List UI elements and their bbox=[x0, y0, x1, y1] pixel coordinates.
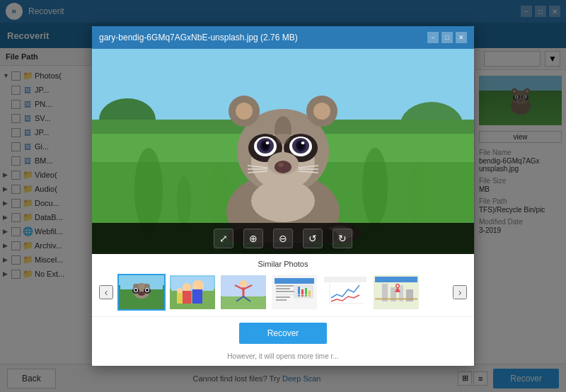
preview-modal: gary-bendig-6GMq7AGxNbE-unsplash.jpg (2.… bbox=[92, 26, 474, 366]
svg-rect-101 bbox=[276, 294, 313, 295]
modal-maximize-btn[interactable]: □ bbox=[441, 32, 453, 43]
svg-point-49 bbox=[278, 163, 284, 167]
svg-rect-93 bbox=[276, 285, 294, 287]
thumbnail-6[interactable] bbox=[372, 274, 420, 311]
app-window: R Recoverit − □ ✕ Recoverit File Path ▼ … bbox=[0, 0, 566, 392]
thumb3-svg bbox=[222, 277, 265, 309]
modal-toolbar: ⤢ ⊕ ⊖ ↺ ↻ bbox=[92, 223, 474, 254]
rotate-right-button[interactable]: ↻ bbox=[333, 229, 352, 248]
svg-point-33 bbox=[313, 103, 330, 120]
svg-rect-80 bbox=[192, 289, 202, 304]
modal-close-btn[interactable]: ✕ bbox=[456, 32, 467, 43]
prev-photo-button[interactable]: ‹ bbox=[99, 285, 113, 299]
modal-title-bar: gary-bendig-6GMq7AGxNbE-unsplash.jpg (2.… bbox=[92, 26, 474, 49]
zoom-out-icon: ⊖ bbox=[279, 233, 287, 244]
svg-point-74 bbox=[138, 292, 145, 296]
svg-rect-84 bbox=[222, 296, 265, 309]
modal-title-controls: − □ ✕ bbox=[427, 32, 467, 43]
thumbnails-container bbox=[117, 274, 449, 311]
modal-image-area: ⤢ ⊕ ⊖ ↺ ↻ bbox=[92, 49, 474, 254]
thumb-inner-4 bbox=[272, 275, 317, 309]
svg-point-48 bbox=[275, 161, 291, 173]
svg-rect-100 bbox=[308, 291, 311, 296]
thumbnail-2[interactable] bbox=[168, 274, 216, 311]
thumbnail-3[interactable] bbox=[219, 274, 267, 311]
rotate-right-icon: ↻ bbox=[338, 233, 347, 244]
svg-rect-105 bbox=[324, 277, 366, 282]
svg-point-46 bbox=[301, 142, 305, 144]
zoom-fit-button[interactable]: ⤢ bbox=[214, 229, 233, 248]
svg-point-24 bbox=[362, 148, 388, 226]
svg-point-73 bbox=[146, 289, 149, 292]
thumb1-svg bbox=[120, 277, 163, 309]
thumb-inner-1 bbox=[119, 275, 164, 309]
svg-point-45 bbox=[266, 142, 270, 144]
modal-minimize-btn[interactable]: − bbox=[427, 32, 439, 43]
svg-rect-92 bbox=[275, 278, 314, 284]
svg-rect-82 bbox=[177, 293, 183, 304]
svg-rect-114 bbox=[375, 298, 417, 300]
svg-rect-99 bbox=[305, 288, 307, 296]
modal-recover-row: Recover bbox=[92, 316, 474, 350]
svg-point-81 bbox=[177, 288, 183, 294]
svg-point-57 bbox=[251, 180, 315, 222]
zoom-fit-icon: ⤢ bbox=[219, 233, 228, 244]
svg-point-25 bbox=[409, 162, 426, 226]
svg-point-23 bbox=[209, 162, 230, 233]
svg-point-26 bbox=[177, 176, 191, 226]
thumb-inner-5 bbox=[323, 275, 368, 309]
svg-point-72 bbox=[134, 289, 137, 292]
rotate-left-button[interactable]: ↺ bbox=[303, 229, 323, 248]
similar-photos-section: Similar Photos ‹ bbox=[92, 254, 474, 316]
thumb2-svg bbox=[171, 277, 214, 309]
thumb-inner-6 bbox=[374, 275, 419, 309]
modal-title-text: gary-bendig-6GMq7AGxNbE-unsplash.jpg (2.… bbox=[99, 33, 298, 42]
svg-point-22 bbox=[134, 148, 163, 233]
thumb-inner-2 bbox=[170, 275, 215, 309]
thumbnail-1[interactable] bbox=[117, 274, 166, 311]
svg-rect-98 bbox=[301, 289, 304, 296]
thumb-inner-3 bbox=[221, 275, 266, 309]
rotate-left-icon: ↺ bbox=[308, 233, 317, 244]
thumb5-svg bbox=[324, 277, 366, 309]
svg-rect-95 bbox=[276, 291, 297, 292]
thumb6-svg bbox=[375, 277, 417, 309]
svg-rect-75 bbox=[171, 277, 214, 291]
thumbnail-4[interactable] bbox=[270, 274, 318, 311]
modal-overlay: gary-bendig-6GMq7AGxNbE-unsplash.jpg (2.… bbox=[0, 0, 566, 392]
svg-rect-94 bbox=[276, 288, 290, 289]
svg-point-117 bbox=[397, 284, 399, 287]
thumb4-svg bbox=[273, 277, 316, 309]
similar-photos-row: ‹ bbox=[99, 274, 467, 311]
zoom-out-button[interactable]: ⊖ bbox=[273, 229, 293, 248]
svg-point-56 bbox=[275, 116, 291, 144]
next-photo-button[interactable]: › bbox=[453, 285, 467, 299]
similar-photos-title: Similar Photos bbox=[99, 260, 467, 268]
modal-recover-button[interactable]: Recover bbox=[239, 323, 328, 344]
modal-bottom-text: However, it will opens more time r... bbox=[92, 350, 474, 366]
zoom-in-button[interactable]: ⊕ bbox=[243, 229, 263, 248]
svg-rect-79 bbox=[183, 291, 191, 304]
svg-point-77 bbox=[183, 283, 191, 292]
svg-point-85 bbox=[240, 280, 247, 287]
svg-point-32 bbox=[236, 103, 253, 120]
svg-rect-109 bbox=[375, 277, 417, 282]
svg-rect-102 bbox=[276, 296, 290, 298]
thumbnail-5[interactable] bbox=[321, 274, 369, 311]
zoom-in-icon: ⊕ bbox=[249, 233, 258, 244]
svg-rect-103 bbox=[276, 299, 287, 301]
